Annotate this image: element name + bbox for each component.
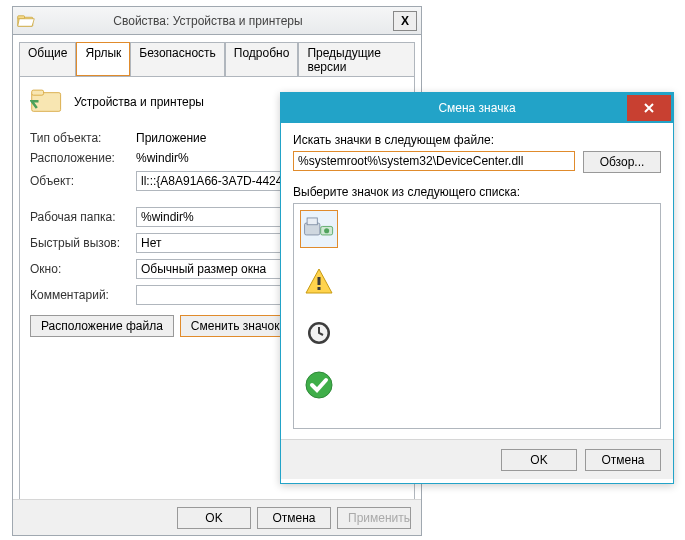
value-object-type: Приложение [136,131,206,145]
change-icon-cancel-button[interactable]: Отмена [585,449,661,471]
change-icon-footer: OK Отмена [281,439,673,479]
folder-open-icon [17,13,35,29]
cancel-button[interactable]: Отмена [257,507,331,529]
change-icon-body: Искать значки в следующем файле: Обзор..… [281,123,673,439]
svg-rect-1 [18,15,25,18]
header-text: Устройства и принтеры [74,95,204,109]
tab-details[interactable]: Подробно [225,42,299,77]
label-location: Расположение: [30,151,130,165]
svg-point-7 [324,228,329,233]
label-comment: Комментарий: [30,288,130,302]
value-location: %windir% [136,151,189,165]
devices-printers-icon [30,87,64,117]
close-icon: X [401,14,409,28]
tab-security[interactable]: Безопасность [130,42,225,77]
icon-option-devices-printers[interactable] [300,210,338,248]
label-hotkey: Быстрый вызов: [30,236,130,250]
svg-rect-5 [307,218,317,225]
tab-shortcut[interactable]: Ярлык [76,42,130,77]
tab-general[interactable]: Общие [19,42,76,77]
icon-list[interactable] [293,203,661,429]
properties-close-button[interactable]: X [393,11,417,31]
label-workdir: Рабочая папка: [30,210,130,224]
tab-strip: Общие Ярлык Безопасность Подробно Предыд… [13,35,421,76]
icon-path-input[interactable] [293,151,575,171]
change-icon-close-button[interactable] [627,95,671,121]
open-file-location-button[interactable]: Расположение файла [30,315,174,337]
clock-icon [306,320,332,346]
label-search-path: Искать значки в следующем файле: [293,133,661,147]
label-choose-icon: Выберите значок из следующего списка: [293,185,661,199]
change-icon-titlebar[interactable]: Смена значка [281,93,673,123]
properties-title: Свойства: Устройства и принтеры [43,14,393,28]
properties-titlebar[interactable]: Свойства: Устройства и принтеры X [13,7,421,35]
change-icon-title: Смена значка [281,101,673,115]
icon-option-warning[interactable] [300,262,338,300]
label-object-type: Тип объекта: [30,131,130,145]
label-window: Окно: [30,262,130,276]
ok-button[interactable]: OK [177,507,251,529]
warning-triangle-icon [304,267,334,295]
svg-rect-8 [318,277,321,285]
apply-button: Применить [337,507,411,529]
icon-option-check[interactable] [300,366,338,404]
green-check-icon [304,370,334,400]
browse-button[interactable]: Обзор... [583,151,661,173]
properties-footer: OK Отмена Применить [13,499,421,535]
icon-option-clock[interactable] [300,314,338,352]
change-icon-ok-button[interactable]: OK [501,449,577,471]
change-icon-window: Смена значка Искать значки в следующем ф… [280,92,674,484]
close-icon [643,102,655,114]
label-target: Объект: [30,174,130,188]
devices-printers-icon [302,214,336,244]
svg-rect-3 [32,90,44,95]
tab-previous-versions[interactable]: Предыдущие версии [298,42,415,77]
svg-rect-9 [318,287,321,290]
